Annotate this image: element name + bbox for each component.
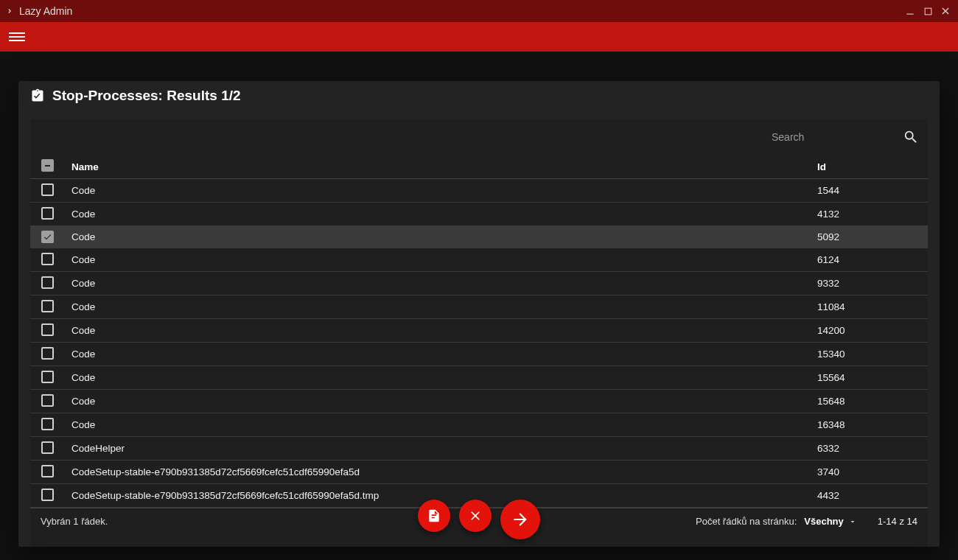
cell-id: 15564	[810, 366, 928, 390]
window-title: Lazy Admin	[19, 5, 72, 17]
row-checkbox[interactable]	[41, 323, 54, 336]
table-row[interactable]: Code14200	[30, 319, 928, 343]
row-checkbox[interactable]	[41, 347, 54, 360]
table-row[interactable]: Code15648	[30, 390, 928, 413]
cell-id: 15340	[810, 343, 928, 366]
cell-id: 15648	[810, 390, 928, 413]
row-checkbox[interactable]	[41, 253, 54, 265]
cell-name: Code	[64, 390, 810, 413]
row-checkbox[interactable]	[41, 371, 54, 383]
row-checkbox[interactable]	[41, 276, 54, 289]
search-icon[interactable]	[903, 129, 919, 145]
cell-id: 11084	[810, 295, 928, 319]
results-dialog: Stop-Processes: Results 1/2	[18, 81, 940, 547]
cancel-button[interactable]	[459, 500, 492, 532]
cell-name: Code	[64, 366, 810, 390]
table-row[interactable]: Code15340	[30, 343, 928, 366]
maximize-button[interactable]	[921, 4, 934, 18]
table-row[interactable]: CodeSetup-stable-e790b931385d72cf5669fce…	[30, 461, 928, 484]
app-toolbar	[0, 22, 958, 52]
cell-id: 4132	[810, 203, 928, 226]
dialog-header: Stop-Processes: Results 1/2	[18, 81, 940, 111]
cell-name: Code	[64, 179, 810, 203]
cell-name: Code	[64, 203, 810, 226]
table-row[interactable]: Code9332	[30, 272, 928, 295]
table-row[interactable]: Code6124	[30, 248, 928, 272]
results-table: Name Id Code1544Code4132Code5092Code6124…	[30, 155, 928, 508]
cell-name: Code	[64, 319, 810, 343]
cell-id: 14200	[810, 319, 928, 343]
row-checkbox[interactable]	[41, 207, 54, 220]
row-checkbox[interactable]	[41, 183, 54, 196]
row-checkbox[interactable]	[41, 394, 54, 407]
assignment-icon	[30, 88, 45, 103]
table-row[interactable]: Code11084	[30, 295, 928, 319]
export-button[interactable]	[418, 500, 450, 532]
cell-id: 3740	[810, 461, 928, 484]
search-input[interactable]	[772, 131, 889, 144]
row-checkbox[interactable]	[41, 441, 54, 454]
select-all-checkbox[interactable]	[41, 159, 54, 172]
column-header-name[interactable]: Name	[64, 155, 810, 179]
cell-id: 1544	[810, 179, 928, 203]
minimize-button[interactable]	[903, 4, 917, 18]
cell-id: 16348	[810, 413, 928, 437]
column-header-id[interactable]: Id	[810, 155, 928, 179]
table-row[interactable]: CodeHelper6332	[30, 437, 928, 461]
cell-name: Code	[64, 272, 810, 295]
svg-rect-1	[925, 8, 931, 15]
cell-name: Code	[64, 295, 810, 319]
row-checkbox[interactable]	[41, 465, 54, 477]
cell-name: CodeSetup-stable-e790b931385d72cf5669fce…	[64, 461, 810, 484]
table-row[interactable]: Code16348	[30, 413, 928, 437]
row-checkbox[interactable]	[41, 231, 54, 243]
app-window: Lazy Admin Stop-Processes: Results 1/2	[0, 0, 958, 560]
menu-icon[interactable]	[9, 30, 25, 43]
title-bar[interactable]: Lazy Admin	[0, 0, 958, 22]
table-row[interactable]: Code1544	[30, 179, 928, 203]
row-checkbox[interactable]	[41, 418, 54, 430]
cell-id: 9332	[810, 272, 928, 295]
cell-id: 6124	[810, 248, 928, 272]
table-row[interactable]: Code15564	[30, 366, 928, 390]
cell-name: Code	[64, 248, 810, 272]
cell-name: Code	[64, 226, 810, 248]
chevron-right-icon	[6, 7, 13, 15]
row-checkbox[interactable]	[41, 489, 54, 501]
cell-name: Code	[64, 413, 810, 437]
row-checkbox[interactable]	[41, 300, 54, 312]
next-button[interactable]	[500, 500, 540, 539]
cell-id: 6332	[810, 437, 928, 461]
svg-rect-0	[906, 14, 913, 15]
table-row[interactable]: Code5092	[30, 226, 928, 248]
cell-id: 5092	[810, 226, 928, 248]
close-window-button[interactable]	[939, 4, 952, 18]
table-row[interactable]: Code4132	[30, 203, 928, 226]
dialog-title: Stop-Processes: Results 1/2	[52, 88, 241, 104]
cell-name: CodeHelper	[64, 437, 810, 461]
cell-name: Code	[64, 343, 810, 366]
